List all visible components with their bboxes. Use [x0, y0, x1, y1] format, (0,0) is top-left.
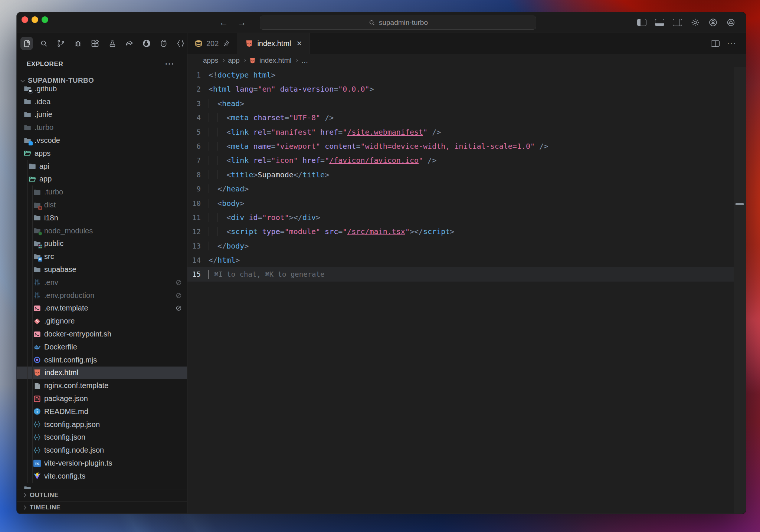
tree-item-api[interactable]: api	[17, 160, 187, 173]
tree-item-partial[interactable]	[17, 483, 187, 489]
activity-debug-icon[interactable]	[72, 37, 84, 50]
tree-item-label: src	[44, 252, 54, 261]
code-line-5[interactable]: 5 <link rel="manifest" href="/site.webma…	[187, 125, 734, 139]
code-line-14[interactable]: 14</html>	[187, 253, 734, 267]
account-icon[interactable]	[707, 17, 718, 28]
activity-extensions-icon[interactable]	[89, 37, 101, 50]
activity-testing-icon[interactable]	[106, 37, 118, 50]
command-center-search[interactable]: supadmin-turbo	[260, 16, 536, 30]
split-editor-icon[interactable]	[711, 40, 720, 47]
breadcrumb-item[interactable]: …	[301, 56, 308, 65]
tree-item-tsconfig.json[interactable]: tsconfig.json	[17, 431, 187, 444]
layout-sidebar-right-icon[interactable]	[672, 17, 683, 28]
tree-item-.env.template[interactable]: .env.template	[17, 302, 187, 315]
code-token: >	[253, 170, 258, 179]
minimize-button[interactable]	[32, 16, 38, 23]
tree-item-vite-version-plugin.ts[interactable]: TSvite-version-plugin.ts	[17, 457, 187, 470]
tree-item-supabase[interactable]: supabase	[17, 263, 187, 276]
npm-icon	[33, 395, 41, 403]
layout-sidebar-left-icon[interactable]	[636, 17, 647, 28]
breadcrumb-item[interactable]: app	[228, 56, 240, 65]
tab-202[interactable]: 202	[187, 33, 238, 54]
folder-public-icon	[33, 240, 41, 247]
tab-index.html[interactable]: <>index.html×	[238, 33, 309, 54]
code-editor[interactable]: 1<!doctype html>2<html lang="en" data-ve…	[187, 67, 746, 513]
forward-button[interactable]: →	[237, 17, 246, 28]
tree-root-supadmin-turbo[interactable]: SUPADMIN-TURBO	[17, 75, 187, 86]
code-line-11[interactable]: 11 <div id="root"></div>	[187, 210, 734, 224]
explorer-actions-button[interactable]: ···	[165, 59, 174, 69]
code-token: charset	[253, 113, 284, 122]
editor-group: 202<>index.html× ··· appsapp<>index.html…	[187, 33, 746, 513]
html-icon: <>	[245, 40, 253, 47]
code-line-4[interactable]: 4 <meta charset="UTF-8" />	[187, 111, 734, 125]
code-line-6[interactable]: 6 <meta name="viewport" content="width=d…	[187, 139, 734, 153]
tree-item-.junie[interactable]: .junie	[17, 108, 187, 121]
code-line-10[interactable]: 10 <body>	[187, 196, 734, 210]
pin-icon[interactable]	[223, 40, 230, 47]
tree-item-docker-entrypoint.sh[interactable]: docker-entrypoint.sh	[17, 328, 187, 341]
tree-item-.vscode[interactable]: .vscode	[17, 134, 187, 147]
section-outline[interactable]: OUTLINE	[17, 489, 187, 501]
line-number: 10	[187, 196, 201, 210]
section-timeline[interactable]: TIMELINE	[17, 501, 187, 513]
tree-item-label: .gitignore	[44, 317, 75, 325]
tree-item-app[interactable]: app	[17, 173, 187, 186]
code-line-13[interactable]: 13 </body>	[187, 239, 734, 253]
tree-item-.github[interactable]: .github	[17, 86, 187, 95]
zoom-button[interactable]	[42, 16, 48, 23]
code-line-1[interactable]: 1<!doctype html>	[187, 68, 734, 82]
activity-coderabbit-icon[interactable]	[140, 37, 153, 50]
layout-panel-bottom-icon[interactable]	[654, 17, 665, 28]
close-button[interactable]	[22, 16, 28, 23]
breadcrumb-item[interactable]: apps	[203, 56, 218, 65]
tree-item-public[interactable]: public	[17, 237, 187, 250]
code-line-9[interactable]: 9 </head>	[187, 182, 734, 196]
tree-item-dist[interactable]: dist	[17, 198, 187, 211]
tree-item-src[interactable]: <>src	[17, 250, 187, 263]
tree-item-vite.config.ts[interactable]: vite.config.ts	[17, 470, 187, 483]
activity-search-icon[interactable]	[37, 37, 50, 50]
back-button[interactable]: ←	[219, 17, 228, 28]
code-token: title	[231, 170, 253, 179]
code-line-12[interactable]: 12 <script type="module" src="/src/main.…	[187, 224, 734, 239]
code-token: =	[253, 85, 258, 93]
tree-item-Dockerfile[interactable]: Dockerfile	[17, 341, 187, 354]
close-tab-icon[interactable]: ×	[297, 39, 302, 48]
tree-item-.env.production[interactable]: .env.production	[17, 289, 187, 302]
tree-item-nginx.conf.template[interactable]: nginx.conf.template	[17, 379, 187, 392]
code-line-2[interactable]: 2<html lang="en" data-version="0.0.0">	[187, 82, 734, 96]
line-number: 5	[187, 125, 201, 139]
breadcrumb-item[interactable]: index.html	[259, 56, 292, 65]
gear-alt-icon[interactable]	[725, 17, 736, 28]
code-line-15[interactable]: 15⌘I to chat, ⌘K to generate	[187, 267, 734, 281]
tree-item-.gitignore[interactable]: .gitignore	[17, 315, 187, 328]
tree-item-.env[interactable]: .env	[17, 276, 187, 289]
tree-item-apps[interactable]: apps	[17, 147, 187, 160]
tree-item-label: package.json	[44, 394, 88, 403]
tree-item-label: .turbo	[35, 123, 53, 132]
tree-item-.idea[interactable]: .idea	[17, 95, 187, 108]
env-icon	[33, 292, 41, 299]
overview-ruler-cursor-mark[interactable]	[736, 203, 744, 205]
code-line-8[interactable]: 8 <title>Supamode</title>	[187, 168, 734, 182]
code-line-7[interactable]: 7 <link rel="icon" href="/favicon/favico…	[187, 153, 734, 167]
activity-llama-icon[interactable]	[157, 37, 170, 50]
tree-item-.turbo[interactable]: .turbo	[17, 121, 187, 134]
tree-item-.turbo[interactable]: .turbo	[17, 185, 187, 198]
activity-braces-icon[interactable]	[174, 37, 187, 50]
tree-item-README.md[interactable]: README.md	[17, 405, 187, 418]
activity-remote-icon[interactable]	[123, 37, 136, 50]
more-actions-icon[interactable]: ···	[727, 39, 736, 48]
tree-item-tsconfig.app.json[interactable]: tsconfig.app.json	[17, 418, 187, 431]
tree-item-tsconfig.node.json[interactable]: tsconfig.node.json	[17, 444, 187, 457]
tree-item-eslint.config.mjs[interactable]: eslint.config.mjs	[17, 354, 187, 367]
tree-item-node_modules[interactable]: node_modules	[17, 224, 187, 237]
tree-item-package.json[interactable]: package.json	[17, 392, 187, 405]
tree-item-index.html[interactable]: <>index.html	[17, 367, 187, 380]
code-line-3[interactable]: 3 <head>	[187, 96, 734, 111]
tree-item-i18n[interactable]: i18n	[17, 211, 187, 224]
activity-source-control-icon[interactable]	[55, 37, 67, 50]
settings-gear-icon[interactable]	[689, 17, 701, 28]
activity-explorer-icon[interactable]	[20, 37, 33, 50]
